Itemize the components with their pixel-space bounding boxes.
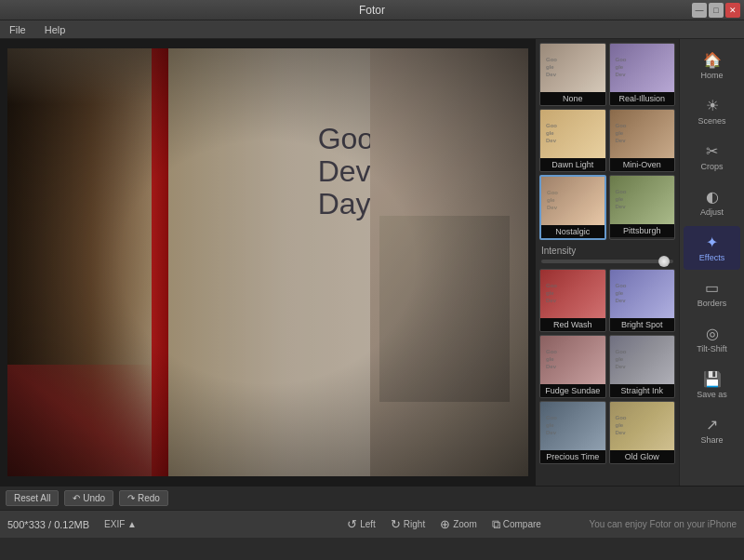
effect-dawn-light-label: Dawn Light [540,158,605,171]
tool-effects-label: Effects [699,253,724,262]
effect-real-illusion[interactable]: GoogleDev Real-Illusion [609,43,676,106]
status-dimensions: 500*333 / 0.12MB [7,519,89,530]
right-toolbar: 🏠 Home ☀ Scenes ✂ Crops ◐ Adjust ✦ Effec… [679,39,744,486]
effect-nostalgic-label: Nostalgic [541,225,604,238]
effects-panel: GoogleDev None GoogleDev Real-Illusion G… [535,39,679,486]
effect-old-glow[interactable]: GoogleDev Old Glow [609,401,676,464]
save-icon: 💾 [703,370,722,388]
intensity-thumb[interactable] [658,256,670,267]
effect-real-illusion-label: Real-Illusion [610,92,675,105]
maximize-button[interactable]: □ [709,3,724,18]
rotate-left-label: Left [360,519,376,529]
intensity-slider[interactable] [541,260,673,263]
notification-text: You can enjoy Fotor on your iPhone [589,519,737,529]
rotate-right-button[interactable]: ↻ Right [391,517,425,531]
tool-scenes[interactable]: ☀ Scenes [684,89,740,133]
tool-adjust-label: Adjust [700,207,724,217]
effects-grid: GoogleDev None GoogleDev Real-Illusion G… [539,43,675,240]
effect-precious-time[interactable]: GoogleDev Precious Time [539,401,606,464]
window-controls: — □ ✕ [692,3,740,18]
effects-grid-2: GoogleDev Red Wash GoogleDev Bright Spot… [539,269,675,464]
intensity-section: Intensity [539,240,675,269]
photo-container: Google Developer Day2007 [7,48,528,476]
photo-background: Google Developer Day2007 [7,48,528,476]
undo-button[interactable]: ↶ Undo [64,490,113,506]
effect-pittsburgh-label: Pittsburgh [610,224,675,237]
tool-borders-label: Borders [698,299,727,308]
tool-share[interactable]: ↗ Share [684,408,740,452]
menu-help[interactable]: Help [41,22,70,37]
effect-precious-time-label: Precious Time [540,450,605,463]
effect-none-label: None [540,92,605,105]
rotate-left-icon: ↺ [347,517,357,531]
tool-borders[interactable]: ▭ Borders [684,272,740,315]
compare-button[interactable]: ⧉ Compare [492,517,541,532]
rotate-right-label: Right [404,519,425,529]
share-icon: ↗ [706,416,718,433]
image-area: Google Developer Day2007 [0,39,535,486]
main-content: Google Developer Day2007 Google [0,39,744,486]
adjust-icon: ◐ [706,188,719,206]
effect-red-wash-label: Red Wash [540,318,605,331]
effect-straight-ink[interactable]: GoogleDev Straight Ink [609,335,676,398]
redo-button[interactable]: ↷ Redo [119,490,168,506]
tool-share-label: Share [700,435,723,445]
tool-tiltshift[interactable]: ◎ Tilt-Shift [684,317,740,361]
exif-button[interactable]: EXIF ▲ [104,519,137,529]
tool-home-label: Home [700,71,723,80]
effect-dawn-light[interactable]: GoogleDev Dawn Light [539,109,606,172]
zoom-button[interactable]: ⊕ Zoom [440,517,477,531]
effect-bright-spot-label: Bright Spot [610,318,675,331]
home-icon: 🏠 [703,51,722,69]
effects-icon: ✦ [706,233,718,251]
zoom-icon: ⊕ [440,517,450,531]
bottom-toolbar: 500*333 / 0.12MB EXIF ▲ ↺ Left ↻ Right ⊕… [0,510,744,538]
effect-old-glow-label: Old Glow [610,450,675,463]
effect-bright-spot[interactable]: GoogleDev Bright Spot [609,269,676,332]
effect-pittsburgh[interactable]: GoogleDev Pittsburgh [609,175,676,240]
reset-all-button[interactable]: Reset All [6,490,59,506]
tool-scenes-label: Scenes [698,116,725,126]
menu-file[interactable]: File [6,22,30,37]
action-bar: Reset All ↶ Undo ↷ Redo [0,486,744,510]
rotate-right-icon: ↻ [391,517,401,531]
tool-crops-label: Crops [700,162,723,171]
compare-label: Compare [503,519,541,529]
tool-crops[interactable]: ✂ Crops [684,135,740,179]
scenes-icon: ☀ [706,97,719,114]
exif-label: EXIF ▲ [104,519,137,529]
tiltshift-icon: ◎ [706,325,719,342]
menubar: File Help [0,20,744,39]
tool-tiltshift-label: Tilt-Shift [697,344,727,353]
tool-home[interactable]: 🏠 Home [684,44,740,87]
tool-save[interactable]: 💾 Save as [684,363,740,407]
effect-mini-oven-label: Mini-Oven [610,158,675,171]
compare-icon: ⧉ [492,517,500,532]
intensity-label: Intensity [541,246,673,256]
effect-straight-ink-label: Straight Ink [610,384,675,397]
app-title: Fotor [359,4,385,17]
crops-icon: ✂ [706,142,718,160]
titlebar: Fotor — □ ✕ [0,0,744,20]
close-button[interactable]: ✕ [725,3,740,18]
notification-bar: You can enjoy Fotor on your iPhone [556,519,737,529]
effect-nostalgic[interactable]: GoogleDev Nostalgic [539,175,606,240]
tool-adjust[interactable]: ◐ Adjust [684,180,740,224]
effect-mini-oven[interactable]: GoogleDev Mini-Oven [609,109,676,172]
zoom-label: Zoom [453,519,477,529]
minimize-button[interactable]: — [692,3,707,18]
effect-red-wash[interactable]: GoogleDev Red Wash [539,269,606,332]
rotate-left-button[interactable]: ↺ Left [347,517,376,531]
tool-save-label: Save as [697,390,727,399]
effect-fudge-sundae[interactable]: GoogleDev Fudge Sundae [539,335,606,398]
borders-icon: ▭ [705,279,719,297]
tool-effects[interactable]: ✦ Effects [684,226,740,270]
effect-fudge-sundae-label: Fudge Sundae [540,384,605,397]
effect-none[interactable]: GoogleDev None [539,43,606,106]
